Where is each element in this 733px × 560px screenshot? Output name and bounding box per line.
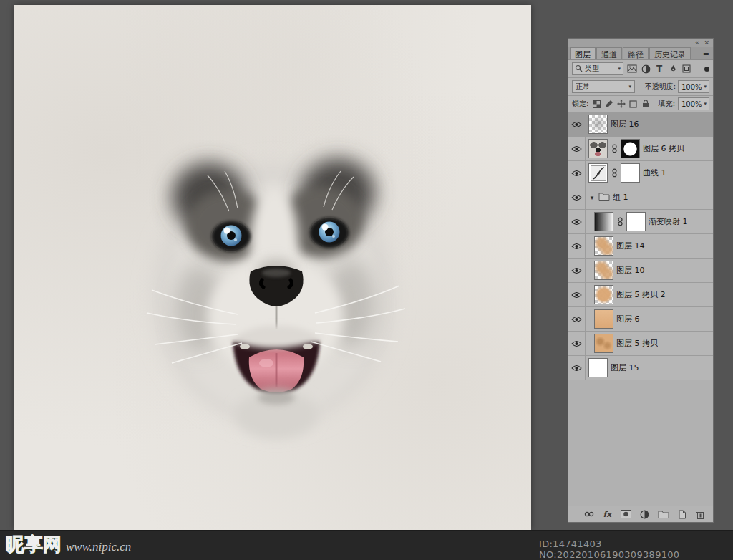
layer-thumbnail[interactable] [594,212,613,231]
panel-tab-layers[interactable]: 图层 [570,47,596,59]
link-layers-icon[interactable] [583,508,595,520]
layer-filter-row: 类型 ▾ T [568,60,713,78]
panel-tab-history[interactable]: 历史记录 [649,47,691,59]
document-canvas[interactable] [14,5,531,530]
layers-panel: « × 图层通道路径历史记录 ≡ 类型 ▾ T 正常 ▾ 不透明度: 100% … [568,38,714,523]
layer-row-group-1[interactable]: ▾组 1 [568,185,713,210]
blend-mode-select[interactable]: 正常 ▾ [572,80,635,93]
layer-row-layer-16[interactable]: 图层 16 [568,112,713,137]
layer-thumbnail[interactable] [594,334,613,353]
layer-name: 图层 5 拷贝 [616,338,658,349]
smart-object-filter-icon[interactable] [681,63,692,74]
add-mask-icon[interactable] [620,508,632,520]
layer-row-curves-1[interactable]: 曲线 1 [568,161,713,185]
husky-artwork [14,5,531,530]
shape-filter-icon[interactable] [667,63,679,74]
lock-pixels-icon[interactable] [603,99,614,110]
lock-position-icon[interactable] [616,99,626,110]
visibility-toggle[interactable] [568,332,586,355]
layer-name: 图层 10 [616,265,645,276]
panel-tab-bar: 图层通道路径历史记录 ≡ [568,47,713,60]
lock-all-icon[interactable] [640,99,651,110]
opacity-label: 不透明度: [645,82,676,92]
right-eye [310,218,349,248]
layer-name: 图层 5 拷贝 2 [616,289,666,300]
delete-layer-icon[interactable] [694,508,707,520]
panel-collapse-icon[interactable]: « [695,39,699,46]
visibility-toggle[interactable] [568,283,586,306]
fill-field[interactable]: 100% ▾ [678,97,709,110]
layer-row-layer-6[interactable]: 图层 6 [568,307,713,332]
lock-artboard-icon[interactable] [628,99,639,110]
layer-name: 图层 16 [611,119,639,130]
layer-mask-thumbnail[interactable] [621,163,640,183]
layer-row-layer-10[interactable]: 图层 10 [568,259,713,283]
mask-link-icon[interactable] [616,217,623,226]
visibility-toggle[interactable] [568,259,586,282]
visibility-toggle[interactable] [568,356,586,380]
type-filter-icon[interactable]: T [654,63,665,74]
blend-mode-row: 正常 ▾ 不透明度: 100% ▾ [568,78,713,96]
layer-thumbnail[interactable] [588,358,608,377]
adjustment-filter-icon[interactable] [640,63,651,74]
layer-list: 图层 16图层 6 拷贝曲线 1▾组 1渐变映射 1图层 14图层 10图层 5… [568,112,713,506]
layer-name: 渐变映射 1 [649,216,688,227]
layer-thumbnail[interactable] [588,115,608,134]
group-expander-icon[interactable]: ▾ [588,194,596,201]
layer-thumbnail[interactable] [594,309,613,329]
fill-label: 填充: [659,99,675,109]
panel-menu-icon[interactable]: ≡ [703,49,709,58]
visibility-toggle[interactable] [568,161,586,185]
visibility-toggle[interactable] [568,210,586,233]
visibility-toggle[interactable] [568,137,586,160]
panel-close-icon[interactable]: × [704,39,709,46]
layer-mask-thumbnail[interactable] [621,139,640,158]
visibility-toggle[interactable] [568,307,586,331]
search-icon [575,64,583,74]
panel-titlebar: « × [568,39,713,47]
filter-toggle-light[interactable] [704,67,709,72]
layer-thumbnail[interactable] [594,285,613,304]
layer-thumbnail[interactable] [594,236,613,256]
layer-name: 图层 6 [616,314,640,324]
chevron-down-icon: ▾ [704,84,707,90]
layer-name: 图层 6 拷贝 [643,143,684,154]
pixel-filter-icon[interactable] [626,63,638,74]
watermark-logo: 昵享网 [6,532,62,557]
layer-thumbnail[interactable] [594,261,613,280]
opacity-field[interactable]: 100% ▾ [678,80,709,93]
chevron-down-icon: ▾ [618,66,621,72]
panel-tab-paths[interactable]: 路径 [623,47,649,59]
chevron-down-icon: ▾ [628,84,631,90]
layer-row-layer-5-copy-2[interactable]: 图层 5 拷贝 2 [568,283,713,307]
adjustment-layer-icon[interactable] [639,508,651,520]
lock-row: 锁定: 填充: 100% ▾ [568,96,713,112]
image-id-text: ID:14741403 NO:20220106190309389100 [539,539,733,560]
status-bar: 昵享网 www.nipic.cn ID:14741403 NO:20220106… [0,530,733,560]
visibility-toggle[interactable] [568,234,586,258]
lock-label: 锁定: [572,99,588,109]
lock-transparent-icon[interactable] [591,99,602,110]
visibility-toggle[interactable] [568,112,586,136]
panel-tab-channels[interactable]: 通道 [596,47,622,59]
layer-row-layer-6-copy[interactable]: 图层 6 拷贝 [568,137,713,161]
watermark: 昵享网 www.nipic.cn [6,532,131,557]
chevron-down-icon: ▾ [704,101,707,107]
layer-thumbnail[interactable] [588,163,608,183]
new-layer-icon[interactable] [676,508,688,520]
new-group-icon[interactable] [657,508,669,520]
visibility-toggle[interactable] [568,185,586,209]
layer-row-layer-14[interactable]: 图层 14 [568,234,713,259]
layer-style-icon[interactable]: fx [601,508,613,520]
layer-name: 图层 14 [616,241,645,251]
layer-row-layer-5-copy[interactable]: 图层 5 拷贝 [568,332,713,356]
mask-link-icon[interactable] [611,168,618,178]
panel-footer: fx [568,506,713,522]
layer-mask-thumbnail[interactable] [626,212,646,231]
layer-name: 图层 15 [611,362,639,373]
filter-kind-select[interactable]: 类型 ▾ [572,62,623,75]
mask-link-icon[interactable] [611,144,618,153]
layer-thumbnail[interactable] [588,139,608,158]
layer-row-gradient-map-1[interactable]: 渐变映射 1 [568,210,713,234]
layer-row-layer-15[interactable]: 图层 15 [568,356,713,380]
